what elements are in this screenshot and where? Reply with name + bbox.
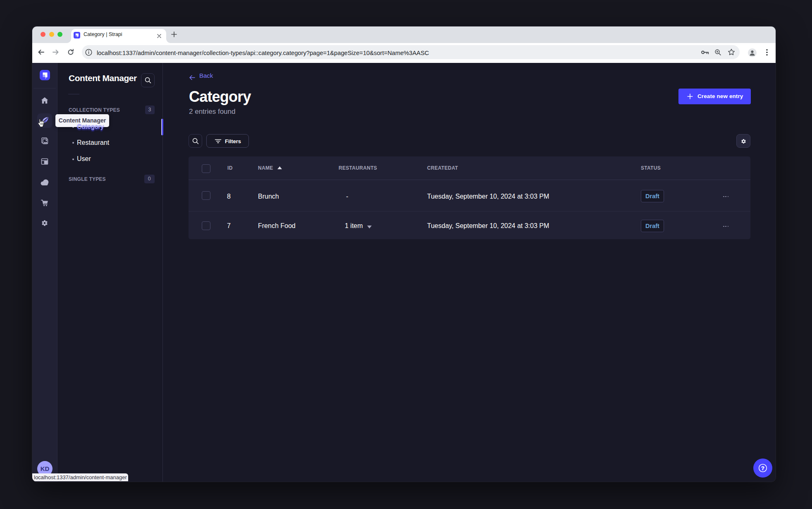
svg-text:?: ?	[761, 465, 764, 471]
